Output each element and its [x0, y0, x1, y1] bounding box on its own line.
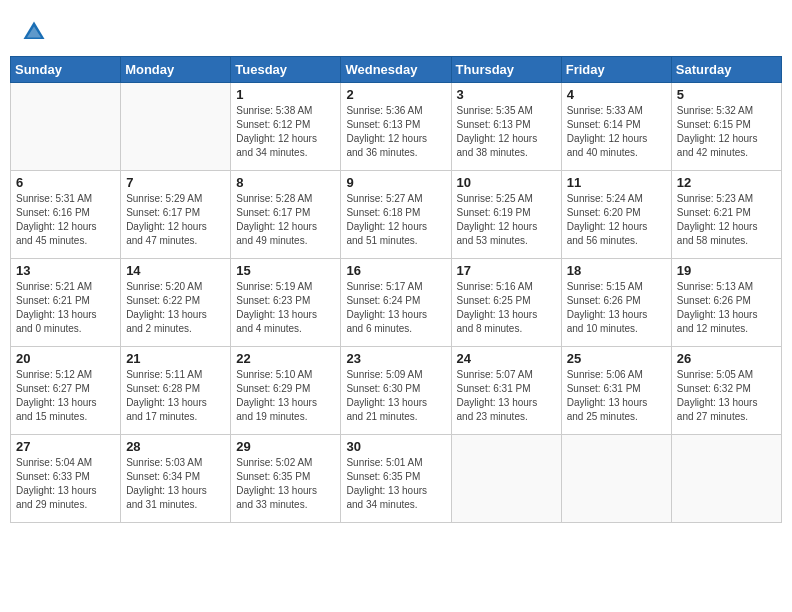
calendar-week-row: 27Sunrise: 5:04 AM Sunset: 6:33 PM Dayli… — [11, 435, 782, 523]
day-header-monday: Monday — [121, 57, 231, 83]
day-number: 8 — [236, 175, 335, 190]
day-info: Sunrise: 5:24 AM Sunset: 6:20 PM Dayligh… — [567, 192, 666, 248]
day-number: 26 — [677, 351, 776, 366]
day-info: Sunrise: 5:20 AM Sunset: 6:22 PM Dayligh… — [126, 280, 225, 336]
day-info: Sunrise: 5:04 AM Sunset: 6:33 PM Dayligh… — [16, 456, 115, 512]
calendar-week-row: 20Sunrise: 5:12 AM Sunset: 6:27 PM Dayli… — [11, 347, 782, 435]
day-info: Sunrise: 5:03 AM Sunset: 6:34 PM Dayligh… — [126, 456, 225, 512]
calendar-cell: 13Sunrise: 5:21 AM Sunset: 6:21 PM Dayli… — [11, 259, 121, 347]
day-number: 30 — [346, 439, 445, 454]
day-number: 14 — [126, 263, 225, 278]
calendar-cell: 14Sunrise: 5:20 AM Sunset: 6:22 PM Dayli… — [121, 259, 231, 347]
calendar-cell — [561, 435, 671, 523]
day-info: Sunrise: 5:36 AM Sunset: 6:13 PM Dayligh… — [346, 104, 445, 160]
calendar-cell: 15Sunrise: 5:19 AM Sunset: 6:23 PM Dayli… — [231, 259, 341, 347]
calendar-cell: 20Sunrise: 5:12 AM Sunset: 6:27 PM Dayli… — [11, 347, 121, 435]
day-info: Sunrise: 5:32 AM Sunset: 6:15 PM Dayligh… — [677, 104, 776, 160]
calendar-cell: 21Sunrise: 5:11 AM Sunset: 6:28 PM Dayli… — [121, 347, 231, 435]
day-number: 27 — [16, 439, 115, 454]
day-info: Sunrise: 5:21 AM Sunset: 6:21 PM Dayligh… — [16, 280, 115, 336]
day-number: 4 — [567, 87, 666, 102]
calendar-cell — [451, 435, 561, 523]
day-number: 18 — [567, 263, 666, 278]
calendar-cell: 7Sunrise: 5:29 AM Sunset: 6:17 PM Daylig… — [121, 171, 231, 259]
calendar-cell: 11Sunrise: 5:24 AM Sunset: 6:20 PM Dayli… — [561, 171, 671, 259]
day-info: Sunrise: 5:10 AM Sunset: 6:29 PM Dayligh… — [236, 368, 335, 424]
day-info: Sunrise: 5:31 AM Sunset: 6:16 PM Dayligh… — [16, 192, 115, 248]
day-number: 29 — [236, 439, 335, 454]
day-number: 7 — [126, 175, 225, 190]
calendar-cell: 23Sunrise: 5:09 AM Sunset: 6:30 PM Dayli… — [341, 347, 451, 435]
calendar-cell: 2Sunrise: 5:36 AM Sunset: 6:13 PM Daylig… — [341, 83, 451, 171]
calendar-cell: 8Sunrise: 5:28 AM Sunset: 6:17 PM Daylig… — [231, 171, 341, 259]
calendar-cell: 5Sunrise: 5:32 AM Sunset: 6:15 PM Daylig… — [671, 83, 781, 171]
calendar-cell: 28Sunrise: 5:03 AM Sunset: 6:34 PM Dayli… — [121, 435, 231, 523]
day-number: 21 — [126, 351, 225, 366]
calendar-cell: 24Sunrise: 5:07 AM Sunset: 6:31 PM Dayli… — [451, 347, 561, 435]
day-info: Sunrise: 5:17 AM Sunset: 6:24 PM Dayligh… — [346, 280, 445, 336]
calendar-cell: 3Sunrise: 5:35 AM Sunset: 6:13 PM Daylig… — [451, 83, 561, 171]
day-number: 22 — [236, 351, 335, 366]
day-info: Sunrise: 5:29 AM Sunset: 6:17 PM Dayligh… — [126, 192, 225, 248]
calendar-week-row: 6Sunrise: 5:31 AM Sunset: 6:16 PM Daylig… — [11, 171, 782, 259]
day-header-friday: Friday — [561, 57, 671, 83]
day-info: Sunrise: 5:33 AM Sunset: 6:14 PM Dayligh… — [567, 104, 666, 160]
calendar-cell: 17Sunrise: 5:16 AM Sunset: 6:25 PM Dayli… — [451, 259, 561, 347]
day-header-sunday: Sunday — [11, 57, 121, 83]
day-number: 13 — [16, 263, 115, 278]
calendar-table: SundayMondayTuesdayWednesdayThursdayFrid… — [10, 56, 782, 523]
day-info: Sunrise: 5:15 AM Sunset: 6:26 PM Dayligh… — [567, 280, 666, 336]
day-info: Sunrise: 5:09 AM Sunset: 6:30 PM Dayligh… — [346, 368, 445, 424]
day-info: Sunrise: 5:25 AM Sunset: 6:19 PM Dayligh… — [457, 192, 556, 248]
day-number: 11 — [567, 175, 666, 190]
day-info: Sunrise: 5:13 AM Sunset: 6:26 PM Dayligh… — [677, 280, 776, 336]
day-info: Sunrise: 5:07 AM Sunset: 6:31 PM Dayligh… — [457, 368, 556, 424]
day-number: 2 — [346, 87, 445, 102]
day-info: Sunrise: 5:16 AM Sunset: 6:25 PM Dayligh… — [457, 280, 556, 336]
day-info: Sunrise: 5:12 AM Sunset: 6:27 PM Dayligh… — [16, 368, 115, 424]
calendar-week-row: 13Sunrise: 5:21 AM Sunset: 6:21 PM Dayli… — [11, 259, 782, 347]
calendar-cell — [671, 435, 781, 523]
day-number: 1 — [236, 87, 335, 102]
day-number: 25 — [567, 351, 666, 366]
day-info: Sunrise: 5:05 AM Sunset: 6:32 PM Dayligh… — [677, 368, 776, 424]
calendar-week-row: 1Sunrise: 5:38 AM Sunset: 6:12 PM Daylig… — [11, 83, 782, 171]
day-number: 15 — [236, 263, 335, 278]
day-info: Sunrise: 5:35 AM Sunset: 6:13 PM Dayligh… — [457, 104, 556, 160]
calendar-cell: 10Sunrise: 5:25 AM Sunset: 6:19 PM Dayli… — [451, 171, 561, 259]
page-header — [10, 10, 782, 56]
calendar-cell: 25Sunrise: 5:06 AM Sunset: 6:31 PM Dayli… — [561, 347, 671, 435]
day-number: 12 — [677, 175, 776, 190]
day-info: Sunrise: 5:38 AM Sunset: 6:12 PM Dayligh… — [236, 104, 335, 160]
day-info: Sunrise: 5:01 AM Sunset: 6:35 PM Dayligh… — [346, 456, 445, 512]
day-number: 28 — [126, 439, 225, 454]
calendar-cell: 16Sunrise: 5:17 AM Sunset: 6:24 PM Dayli… — [341, 259, 451, 347]
calendar-cell: 6Sunrise: 5:31 AM Sunset: 6:16 PM Daylig… — [11, 171, 121, 259]
day-header-saturday: Saturday — [671, 57, 781, 83]
day-number: 19 — [677, 263, 776, 278]
day-info: Sunrise: 5:02 AM Sunset: 6:35 PM Dayligh… — [236, 456, 335, 512]
day-header-thursday: Thursday — [451, 57, 561, 83]
logo — [20, 18, 52, 46]
day-info: Sunrise: 5:27 AM Sunset: 6:18 PM Dayligh… — [346, 192, 445, 248]
day-header-tuesday: Tuesday — [231, 57, 341, 83]
day-number: 3 — [457, 87, 556, 102]
calendar-cell: 26Sunrise: 5:05 AM Sunset: 6:32 PM Dayli… — [671, 347, 781, 435]
day-number: 9 — [346, 175, 445, 190]
calendar-cell: 19Sunrise: 5:13 AM Sunset: 6:26 PM Dayli… — [671, 259, 781, 347]
calendar-cell: 30Sunrise: 5:01 AM Sunset: 6:35 PM Dayli… — [341, 435, 451, 523]
day-info: Sunrise: 5:28 AM Sunset: 6:17 PM Dayligh… — [236, 192, 335, 248]
day-info: Sunrise: 5:11 AM Sunset: 6:28 PM Dayligh… — [126, 368, 225, 424]
calendar-cell: 18Sunrise: 5:15 AM Sunset: 6:26 PM Dayli… — [561, 259, 671, 347]
logo-icon — [20, 18, 48, 46]
calendar-cell: 12Sunrise: 5:23 AM Sunset: 6:21 PM Dayli… — [671, 171, 781, 259]
calendar-cell — [11, 83, 121, 171]
day-number: 16 — [346, 263, 445, 278]
day-number: 10 — [457, 175, 556, 190]
calendar-cell: 9Sunrise: 5:27 AM Sunset: 6:18 PM Daylig… — [341, 171, 451, 259]
day-number: 6 — [16, 175, 115, 190]
calendar-cell: 29Sunrise: 5:02 AM Sunset: 6:35 PM Dayli… — [231, 435, 341, 523]
calendar-cell: 27Sunrise: 5:04 AM Sunset: 6:33 PM Dayli… — [11, 435, 121, 523]
calendar-cell: 4Sunrise: 5:33 AM Sunset: 6:14 PM Daylig… — [561, 83, 671, 171]
day-number: 20 — [16, 351, 115, 366]
